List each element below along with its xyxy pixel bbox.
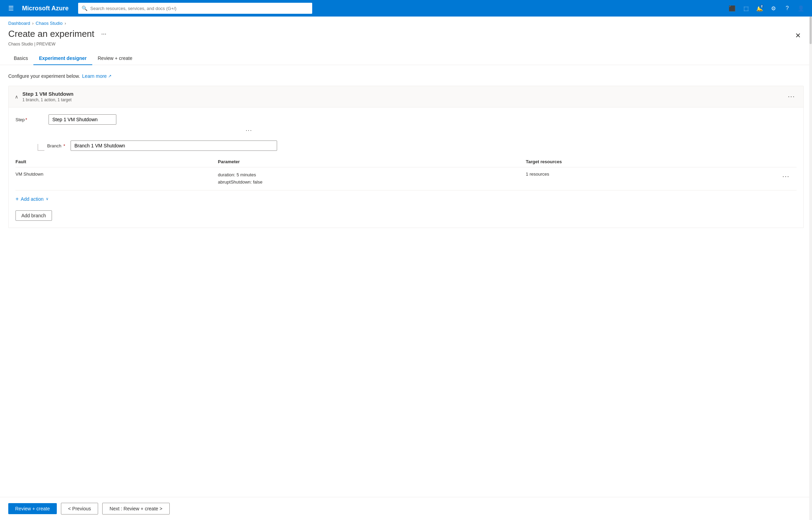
target-resources-cell: 1 resources xyxy=(526,167,780,190)
breadcrumb-sep-1: › xyxy=(32,21,34,26)
cloud-shell-button[interactable]: ⬛ xyxy=(727,3,738,14)
hamburger-icon: ☰ xyxy=(8,4,14,12)
branch-label-area: Branch * xyxy=(15,141,65,151)
tab-experiment-designer[interactable]: Experiment designer xyxy=(33,52,92,65)
add-action-button[interactable]: + Add action ∨ xyxy=(15,193,49,205)
learn-more-link[interactable]: Learn more ↗ xyxy=(82,73,112,79)
collapse-step-button[interactable]: ∧ xyxy=(14,93,19,100)
breadcrumb-sep-2: › xyxy=(65,21,66,26)
step-name-row: Step* ··· xyxy=(15,114,797,135)
page-header: Create an experiment ··· ✕ xyxy=(0,26,812,41)
breadcrumb: Dashboard › Chaos Studio › xyxy=(0,17,812,26)
tabs: Basics Experiment designer Review + crea… xyxy=(0,52,812,65)
step-header: ∧ Step 1 VM Shutdown 1 branch, 1 action,… xyxy=(9,86,803,107)
directory-icon: ⬚ xyxy=(744,5,749,12)
step-title-area: Step 1 VM Shutdown 1 branch, 1 action, 1… xyxy=(22,91,73,102)
profile-button[interactable]: 👤 xyxy=(795,3,806,14)
brand-logo: Microsoft Azure xyxy=(22,5,68,12)
top-nav: ☰ Microsoft Azure 🔍 ⬛ ⬚ 🔔 2 ⚙ ? 👤 xyxy=(0,0,812,17)
help-button[interactable]: ? xyxy=(782,3,793,14)
search-input[interactable] xyxy=(90,6,309,11)
step-ellipsis-button[interactable]: ··· xyxy=(785,92,798,102)
step-title: Step 1 VM Shutdown xyxy=(22,91,73,97)
scrollbar-thumb[interactable] xyxy=(810,17,812,44)
add-branch-button[interactable]: Add branch xyxy=(15,210,52,221)
page-title: Create an experiment xyxy=(8,29,94,39)
plus-icon: + xyxy=(15,196,19,202)
fault-table-header-row: Fault Parameter Target resources xyxy=(15,156,797,167)
content-area: Configure your experiment below. Learn m… xyxy=(0,65,812,497)
configure-label: Configure your experiment below. xyxy=(8,73,80,79)
step-card: ∧ Step 1 VM Shutdown 1 branch, 1 action,… xyxy=(8,86,804,228)
chevron-up-icon: ∧ xyxy=(15,94,18,100)
cloud-shell-icon: ⬛ xyxy=(729,5,736,12)
bottom-bar: Review + create < Previous Next : Review… xyxy=(0,497,812,520)
breadcrumb-dashboard[interactable]: Dashboard xyxy=(8,21,30,26)
settings-button[interactable]: ⚙ xyxy=(768,3,779,14)
branch-name-input[interactable] xyxy=(71,141,277,151)
search-bar: 🔍 xyxy=(78,3,312,14)
fault-col-header: Fault xyxy=(15,156,218,167)
fault-cell: VM Shutdown xyxy=(15,167,218,190)
fault-table-head: Fault Parameter Target resources xyxy=(15,156,797,167)
review-create-button[interactable]: Review + create xyxy=(8,503,57,514)
actions-col-header xyxy=(780,156,797,167)
next-button[interactable]: Next : Review + create > xyxy=(102,503,169,514)
hamburger-menu[interactable]: ☰ xyxy=(6,3,17,14)
help-icon: ? xyxy=(786,5,789,11)
branch-label: Branch * xyxy=(47,143,65,148)
add-branch-area: Add branch xyxy=(15,205,797,221)
step-name-input[interactable] xyxy=(49,114,116,125)
step-required-star: * xyxy=(25,117,27,122)
parameter-cell: duration: 5 minutesabruptShutdown: false xyxy=(218,167,526,190)
branch-required-star: * xyxy=(63,143,65,148)
row-actions-cell: ··· xyxy=(780,167,797,190)
branch-connector xyxy=(38,144,44,151)
profile-icon: 👤 xyxy=(798,5,804,12)
fault-table-body: VM Shutdown duration: 5 minutesabruptShu… xyxy=(15,167,797,190)
page-subtitle: Chaos Studio | PREVIEW xyxy=(0,41,812,46)
search-icon: 🔍 xyxy=(82,6,87,11)
tab-review-create[interactable]: Review + create xyxy=(92,52,138,65)
resources-text: 1 resources xyxy=(526,171,549,177)
step-meta: 1 branch, 1 action, 1 target xyxy=(22,97,73,102)
directory-button[interactable]: ⬚ xyxy=(740,3,751,14)
previous-button[interactable]: < Previous xyxy=(61,503,98,514)
parameter-col-header: Parameter xyxy=(218,156,526,167)
target-resources-col-header: Target resources xyxy=(526,156,780,167)
add-action-label: Add action xyxy=(21,196,43,202)
row-ellipsis-button[interactable]: ··· xyxy=(780,171,792,181)
table-row: VM Shutdown duration: 5 minutesabruptShu… xyxy=(15,167,797,190)
step-input-area: ··· xyxy=(49,114,255,135)
tab-basics[interactable]: Basics xyxy=(8,52,33,65)
notification-badge: 2 xyxy=(759,3,764,9)
main-content: Dashboard › Chaos Studio › Create an exp… xyxy=(0,17,812,520)
chevron-down-icon: ∨ xyxy=(46,197,49,201)
external-link-icon: ↗ xyxy=(108,74,112,79)
branch-row: Branch * xyxy=(15,141,797,151)
scrollbar-area xyxy=(809,17,812,520)
page-more-button[interactable]: ··· xyxy=(98,29,109,39)
configure-text: Configure your experiment below. Learn m… xyxy=(8,73,804,79)
page-title-area: Create an experiment ··· xyxy=(8,29,109,39)
step-input-ellipsis-button[interactable]: ··· xyxy=(243,126,255,135)
notifications-button[interactable]: 🔔 2 xyxy=(754,3,765,14)
step-label: Step* xyxy=(15,114,43,122)
param-text: duration: 5 minutesabruptShutdown: false xyxy=(218,171,522,186)
close-button[interactable]: ✕ xyxy=(792,30,804,41)
gear-icon: ⚙ xyxy=(771,5,776,12)
breadcrumb-chaos-studio[interactable]: Chaos Studio xyxy=(36,21,63,26)
step-body: Step* ··· Branch xyxy=(9,107,803,228)
step-header-left: ∧ Step 1 VM Shutdown 1 branch, 1 action,… xyxy=(14,91,73,102)
nav-icons: ⬛ ⬚ 🔔 2 ⚙ ? 👤 xyxy=(727,3,806,14)
fault-table: Fault Parameter Target resources VM Shut… xyxy=(15,156,797,190)
